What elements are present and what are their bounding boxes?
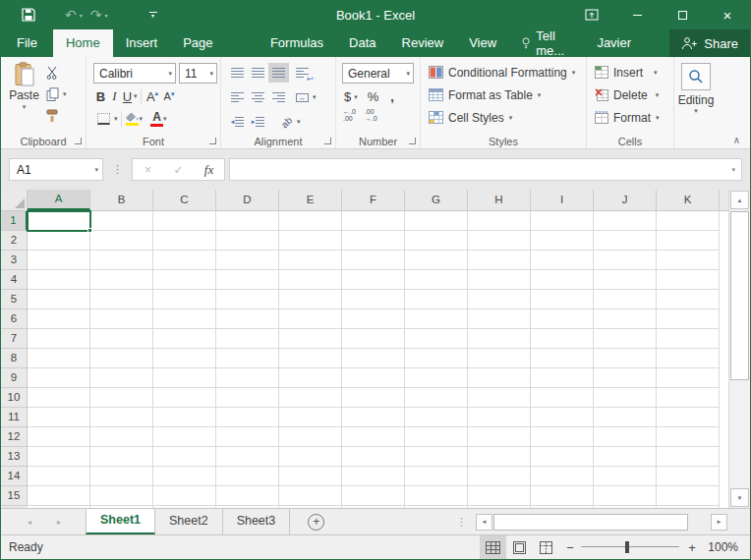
editing-dropdown-icon[interactable]: ▾ bbox=[694, 107, 698, 115]
font-size-combo[interactable]: 11▾ bbox=[179, 63, 217, 84]
decrease-decimal-button[interactable]: .00→.0 bbox=[365, 108, 377, 122]
number-format-dropdown-icon[interactable]: ▾ bbox=[406, 70, 410, 78]
font-dialog-launcher-icon[interactable] bbox=[209, 138, 216, 144]
undo-button[interactable]: ↶▾ bbox=[65, 7, 83, 23]
share-button[interactable]: Share bbox=[669, 29, 750, 57]
column-header-F[interactable]: F bbox=[342, 190, 405, 210]
font-name-dropdown-icon[interactable]: ▾ bbox=[168, 70, 172, 78]
cells-grid[interactable] bbox=[28, 211, 720, 508]
insert-cells-button[interactable]: Insert ▾ bbox=[587, 61, 673, 84]
page-break-preview-button[interactable] bbox=[533, 535, 559, 559]
column-header-A[interactable]: A bbox=[28, 190, 90, 210]
collapse-ribbon-icon[interactable]: ∧ bbox=[733, 135, 740, 145]
decrease-indent-button[interactable]: ◂ bbox=[227, 112, 248, 132]
row-header-11[interactable]: 11 bbox=[1, 408, 28, 427]
vertical-scroll-thumb[interactable] bbox=[730, 211, 749, 380]
sheet-tab-sheet2[interactable]: Sheet2 bbox=[155, 509, 223, 534]
currency-dropdown-icon[interactable]: ▾ bbox=[354, 93, 358, 101]
row-header-2[interactable]: 2 bbox=[1, 231, 28, 251]
zoom-in-button[interactable]: + bbox=[679, 540, 705, 555]
tab-file[interactable]: File bbox=[1, 29, 53, 57]
redo-dropdown-icon[interactable]: ▾ bbox=[104, 12, 107, 19]
zoom-slider-knob[interactable] bbox=[625, 541, 629, 553]
row-header-9[interactable]: 9 bbox=[1, 368, 28, 388]
copy-button[interactable]: ▾ bbox=[46, 84, 67, 105]
font-name-combo[interactable]: Calibri▾ bbox=[93, 63, 176, 84]
row-header-10[interactable]: 10 bbox=[1, 388, 28, 408]
column-header-I[interactable]: I bbox=[531, 190, 594, 210]
cancel-button[interactable]: × bbox=[133, 163, 163, 177]
row-header-4[interactable]: 4 bbox=[1, 270, 28, 290]
percent-button[interactable]: % bbox=[368, 89, 379, 104]
minimize-button[interactable] bbox=[614, 0, 660, 29]
zoom-level[interactable]: 100% bbox=[705, 540, 750, 554]
sheet-nav-right-icon[interactable]: ▸ bbox=[44, 509, 74, 534]
maximize-button[interactable] bbox=[660, 0, 705, 29]
orientation-dropdown-icon[interactable]: ▾ bbox=[297, 118, 301, 126]
italic-button[interactable]: I bbox=[108, 88, 121, 104]
number-dialog-launcher-icon[interactable] bbox=[409, 138, 416, 144]
undo-dropdown-icon[interactable]: ▾ bbox=[80, 12, 83, 19]
borders-button[interactable] bbox=[93, 109, 114, 129]
normal-view-button[interactable] bbox=[480, 535, 506, 559]
font-color-dropdown-icon[interactable]: ▾ bbox=[163, 115, 167, 123]
sheet-tab-sheet1[interactable]: Sheet1 bbox=[86, 509, 155, 534]
tab-insert[interactable]: Insert bbox=[113, 29, 171, 57]
scroll-right-icon[interactable]: ► bbox=[711, 514, 727, 531]
sheet-tab-sheet3[interactable]: Sheet3 bbox=[223, 509, 291, 534]
font-size-dropdown-icon[interactable]: ▾ bbox=[209, 70, 213, 78]
fill-handle[interactable] bbox=[87, 228, 92, 233]
tab-review[interactable]: Review bbox=[389, 29, 457, 57]
copy-dropdown-icon[interactable]: ▾ bbox=[63, 90, 67, 98]
shrink-font-button[interactable]: A▾ bbox=[161, 90, 178, 102]
format-as-table-button[interactable]: Format as Table ▾ bbox=[421, 84, 586, 106]
tab-data[interactable]: Data bbox=[336, 29, 388, 57]
row-header-6[interactable]: 6 bbox=[1, 309, 28, 329]
scroll-down-icon[interactable]: ▼ bbox=[730, 488, 749, 507]
alignment-dialog-launcher-icon[interactable] bbox=[324, 138, 331, 144]
top-align-button[interactable] bbox=[227, 63, 248, 83]
horizontal-scroll-thumb[interactable] bbox=[493, 514, 688, 531]
zoom-slider-track[interactable] bbox=[581, 546, 679, 547]
format-cells-button[interactable]: Format ▾ bbox=[587, 106, 673, 129]
sheet-nav-left-icon[interactable]: ◂ bbox=[15, 509, 44, 534]
column-header-B[interactable]: B bbox=[90, 190, 153, 210]
comma-button[interactable]: , bbox=[390, 89, 394, 104]
row-header-1[interactable]: 1 bbox=[1, 211, 28, 231]
delete-cells-button[interactable]: Delete ▾ bbox=[587, 84, 673, 106]
tab-formulas[interactable]: Formulas bbox=[258, 29, 336, 57]
cell-styles-button[interactable]: Cell Styles ▾ bbox=[421, 106, 586, 129]
column-header-K[interactable]: K bbox=[657, 190, 720, 210]
wrap-text-button[interactable]: ↩ bbox=[292, 63, 313, 83]
column-header-J[interactable]: J bbox=[594, 190, 657, 210]
column-header-G[interactable]: G bbox=[405, 190, 468, 210]
redo-button[interactable]: ↷▾ bbox=[90, 7, 108, 23]
merge-center-button[interactable]: ↔ bbox=[292, 87, 313, 107]
font-color-button[interactable]: A bbox=[150, 112, 163, 127]
formula-input[interactable]: ▾ bbox=[229, 158, 742, 181]
customize-qat-button[interactable]: ▾ bbox=[149, 12, 157, 18]
middle-align-button[interactable] bbox=[248, 63, 268, 83]
column-header-E[interactable]: E bbox=[279, 190, 342, 210]
row-header-5[interactable]: 5 bbox=[1, 290, 28, 309]
zoom-slider[interactable] bbox=[581, 535, 679, 559]
selected-cell-A1[interactable] bbox=[27, 210, 91, 232]
paste-dropdown-icon[interactable]: ▾ bbox=[23, 103, 27, 111]
ribbon-display-options-button[interactable] bbox=[569, 0, 614, 29]
tell-me-box[interactable]: Tell me... bbox=[513, 29, 587, 57]
row-header-12[interactable]: 12 bbox=[1, 427, 28, 447]
column-header-H[interactable]: H bbox=[468, 190, 531, 210]
row-header-14[interactable]: 14 bbox=[1, 467, 28, 486]
currency-button[interactable]: $ bbox=[344, 89, 351, 104]
tab-view[interactable]: View bbox=[456, 29, 509, 57]
tab-home[interactable]: Home bbox=[53, 29, 113, 57]
sheet-bar-grip-icon[interactable]: ⋮ bbox=[456, 516, 467, 529]
page-layout-view-button[interactable] bbox=[506, 535, 533, 559]
scroll-up-icon[interactable]: ▲ bbox=[730, 191, 749, 209]
fill-color-dropdown-icon[interactable]: ▾ bbox=[140, 115, 144, 123]
grow-font-button[interactable]: A▴ bbox=[144, 89, 161, 104]
align-left-button[interactable] bbox=[227, 87, 248, 107]
row-header-7[interactable]: 7 bbox=[1, 329, 28, 349]
borders-dropdown-icon[interactable]: ▾ bbox=[114, 115, 118, 123]
bold-button[interactable]: B bbox=[93, 89, 108, 104]
